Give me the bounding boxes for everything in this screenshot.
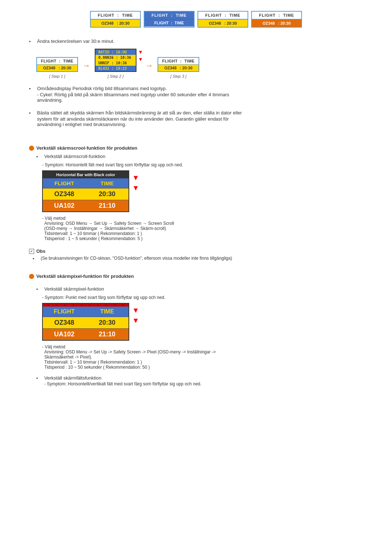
pixel-method4: Tidsperiod : 10 ~ 50 sekunder ( Rekommen… xyxy=(44,365,363,370)
bullet1-item: • Ändra teckenrörelsen var 30:e minut. xyxy=(29,39,363,44)
pixel-row2: OZ348 20:30 xyxy=(43,317,128,329)
bullet3-line3: användning i enlighet med bruksanvisning… xyxy=(37,122,363,127)
pixel-section-header: Verkställ skärmpixel-funktion för produk… xyxy=(29,274,363,279)
pixel-dot6 xyxy=(89,304,90,306)
pixel-dots-row xyxy=(43,304,128,307)
bullet2-line1: Områdesdisplay Periodisk rörlig bild til… xyxy=(37,86,363,91)
scroll-cell-ua: UA102 xyxy=(43,200,86,211)
pixel-dot8 xyxy=(106,304,107,306)
box4-header: FLIGHT : TIME xyxy=(252,12,301,20)
box2-header: FLIGHT : TIME xyxy=(144,12,194,19)
step1-box: FLIGHT : TIME OZ348 : 20:30 [ Step 1 ] xyxy=(36,57,78,78)
pixel-dot7 xyxy=(97,304,99,306)
obs-checkbox-icon: ✓ xyxy=(29,249,34,254)
scroll-bullet-label: Verkställ skärmscroll-funktion xyxy=(44,154,105,159)
scroll-cell-flight: FLIGHT xyxy=(43,178,86,188)
bullet2-section: • Områdesdisplay Periodisk rörlig bild t… xyxy=(29,86,363,103)
scroll-bullet: • Verkställ skärmscroll-funktion xyxy=(36,154,363,159)
step2-row4: KL432 : 18:23 xyxy=(95,66,136,71)
bullet3-icon: • xyxy=(29,110,35,116)
bullet3-item: • Bästa sättet att skydda skärmen från b… xyxy=(29,110,363,127)
box3-data: OZ348 : 20:30 xyxy=(198,20,248,27)
pixel-dot1 xyxy=(48,304,49,306)
scroll-arrow1: ▼ xyxy=(132,174,139,181)
scroll-section-title: Verkställ skärmscrool-funktion för produ… xyxy=(36,145,137,151)
scroll-section-header: Verkställ skärmscrool-funktion för produ… xyxy=(29,145,363,151)
pixel-section-body: • Verkställ skärmpixel-funktion - Sympto… xyxy=(36,286,363,370)
pixel-arrows: ▼ ▼ xyxy=(132,307,139,324)
pixel-cell-flight: FLIGHT xyxy=(43,307,86,317)
obs-label: Obs xyxy=(36,248,45,254)
last-bullet-content: Verkställ skärmfältsfunktion - Symptom: … xyxy=(44,375,363,386)
step2-arrow-down2: ▼ xyxy=(138,57,143,62)
bullet3-line1: Bästa sättet att skydda skärmen från bil… xyxy=(37,110,363,116)
bullet2-content: Områdesdisplay Periodisk rörlig bild til… xyxy=(37,86,363,103)
pixel-dot2 xyxy=(56,304,57,306)
pixel-cell-time: TIME xyxy=(86,307,128,317)
scroll-display-table: Horizontal Bar with Black color FLIGHT T… xyxy=(42,170,129,212)
step3-flight-box: FLIGHT : TIME OZ348 : 20:30 xyxy=(158,57,199,72)
step3-data: OZ348 : 20:30 xyxy=(158,65,199,71)
pixel-dot5 xyxy=(81,304,82,306)
pixel-cell-ua: UA102 xyxy=(43,329,86,340)
pixel-method-label: - Välj metod xyxy=(42,344,363,349)
scroll-row3: UA102 21:10 xyxy=(43,200,128,211)
bullet1-icon: • xyxy=(29,39,35,44)
pixel-display-wrapper: FLIGHT TIME OZ348 20:30 UA102 21:10 ▼ ▼ xyxy=(42,303,363,341)
step3-box: FLIGHT : TIME OZ348 : 20:30 [ Step 3 ] xyxy=(158,57,199,78)
obs-bullet-icon: • xyxy=(33,256,38,262)
step2-label: [ Step 2 ] xyxy=(107,74,123,78)
step-arrow-1: → xyxy=(82,61,90,70)
pixel-arrow1: ▼ xyxy=(132,307,139,314)
bullet1-text: Ändra teckenrörelsen var 30:e minut. xyxy=(37,39,363,44)
top-flight-boxes: FLIGHT : TIME OZ348 : 20:30 FLIGHT : TIM… xyxy=(29,11,363,28)
pixel-dot3 xyxy=(64,304,66,306)
pixel-display-table: FLIGHT TIME OZ348 20:30 UA102 21:10 xyxy=(42,303,129,341)
flight-box-4: FLIGHT : TIME OZ348 : 20:30 xyxy=(251,11,302,28)
scroll-method-section: - Välj metod: Anvisning: OSD Menu → Set … xyxy=(42,216,363,241)
last-bullet-icon: • xyxy=(36,376,42,381)
bullet2-line3: användning. xyxy=(37,97,363,103)
bullet3-section: • Bästa sättet att skydda skärmen från b… xyxy=(29,110,363,127)
pixel-row1: FLIGHT TIME xyxy=(43,307,128,317)
flight-box-3: FLIGHT : TIME OZ348 : 20:30 xyxy=(197,11,248,28)
step1-data: OZ348 : 20:30 xyxy=(37,65,77,71)
pixel-dot4 xyxy=(73,304,74,306)
scroll-cell-2110: 21:10 xyxy=(86,200,128,211)
step3-label: [ Step 3 ] xyxy=(170,74,186,78)
pixel-cell-oz: OZ348 xyxy=(43,317,86,328)
pixel-cell-2110: 21:10 xyxy=(86,329,128,340)
step2-display: RATIU : 16:UU 0.8NN36 : 10:36 UNNIF : 10… xyxy=(95,49,136,72)
bullet2-item: • Områdesdisplay Periodisk rörlig bild t… xyxy=(29,86,363,103)
bullet1-section: • Ändra teckenrörelsen var 30:e minut. F… xyxy=(29,39,363,78)
bullet2-line2: - Cykel: Rörlig på bild på skärm tillsam… xyxy=(37,92,363,97)
pixel-arrow2: ▼ xyxy=(132,317,139,324)
pixel-bullet-icon: • xyxy=(36,287,42,292)
scroll-display-wrapper: Horizontal Bar with Black color FLIGHT T… xyxy=(42,170,363,212)
step2-arrows: ▼ ▼ xyxy=(138,49,143,62)
scroll-cell-2030: 20:30 xyxy=(86,189,128,200)
scroll-cell-time: TIME xyxy=(86,178,128,188)
step2-row3: UNNIF : 10:36 xyxy=(95,60,136,66)
scroll-symptom: - Symptom: Horisontellt fält med svart f… xyxy=(42,162,363,167)
pixel-bullet: • Verkställ skärmpixel-funktion xyxy=(36,286,363,292)
pixel-symptom: - Symptom: Punkt med svart färg som förf… xyxy=(42,295,363,300)
step2-box: RATIU : 16:UU 0.8NN36 : 10:36 UNNIF : 10… xyxy=(95,49,136,78)
flight-box-1: FLIGHT : TIME OZ348 : 20:30 xyxy=(90,11,141,28)
step2-arrow-down1: ▼ xyxy=(138,49,143,54)
pixel-method2: Skärmsäkerhet -> Pixel). xyxy=(44,355,363,360)
step2-row2: 0.8NN36 : 10:36 xyxy=(95,55,136,60)
pixel-bullet-label: Verkställ skärmpixel-funktion xyxy=(44,286,104,292)
scroll-method1: Anvisning: OSD Menu → Set Up → Safety Sc… xyxy=(44,221,363,226)
scroll-row2: OZ348 20:30 xyxy=(43,189,128,200)
pixel-method-section: - Välj metod Anvisning: OSD Menu -> Set … xyxy=(42,344,363,370)
step1-flight-box: FLIGHT : TIME OZ348 : 20:30 xyxy=(36,57,78,72)
step1-header: FLIGHT : TIME xyxy=(37,58,77,65)
pixel-dot10 xyxy=(122,304,124,306)
scroll-section-icon xyxy=(29,146,34,151)
scroll-cell-oz: OZ348 xyxy=(43,189,86,200)
last-bullet-section: • Verkställ skärmfältsfunktion - Symptom… xyxy=(36,375,363,386)
step-arrow-2: → xyxy=(145,61,153,70)
obs-text: (Se bruksanvisningen för CD-skivan, "OSD… xyxy=(41,256,232,261)
step3-header: FLIGHT : TIME xyxy=(158,58,199,65)
